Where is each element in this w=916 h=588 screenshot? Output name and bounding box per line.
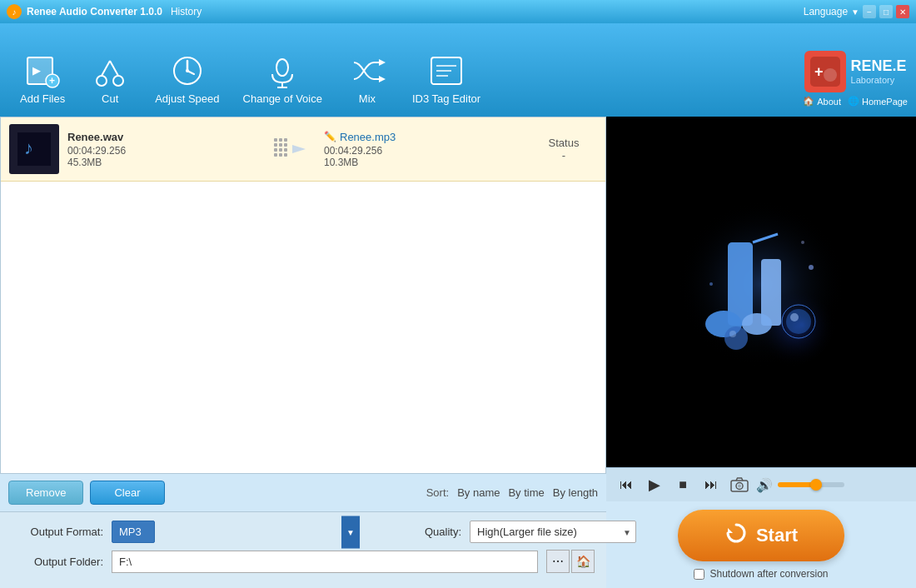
sort-label: Sort: bbox=[426, 486, 449, 499]
svg-point-9 bbox=[186, 69, 189, 72]
toolbar: ▶ + Add Files Cut Adjust Spe bbox=[0, 23, 916, 117]
preview-area bbox=[606, 117, 916, 467]
svg-rect-26 bbox=[284, 138, 287, 142]
svg-point-46 bbox=[786, 309, 811, 334]
svg-rect-24 bbox=[274, 138, 277, 142]
title-bar: ♪ Renee Audio Converter 1.0.0 History La… bbox=[0, 0, 916, 23]
svg-rect-32 bbox=[284, 148, 287, 152]
folder-label: Output Folder: bbox=[12, 556, 103, 568]
output-filename: ✏️ Renee.mp3 bbox=[324, 131, 522, 143]
change-of-voice-label: Change of Voice bbox=[243, 92, 322, 105]
svg-marker-36 bbox=[292, 145, 306, 153]
main-area: ♪ Renee.wav 00:04:29.256 45.3MB bbox=[0, 117, 916, 588]
change-of-voice-icon bbox=[264, 52, 301, 89]
format-label: Output Format: bbox=[12, 526, 103, 538]
mix-icon bbox=[349, 52, 386, 89]
svg-rect-33 bbox=[274, 153, 277, 157]
svg-line-6 bbox=[102, 61, 110, 76]
mix-label: Mix bbox=[359, 92, 376, 105]
screenshot-button[interactable] bbox=[728, 473, 751, 496]
homepage-icon: 🌐 bbox=[848, 96, 859, 107]
svg-point-21 bbox=[824, 68, 837, 82]
camera-icon bbox=[730, 477, 749, 492]
sort-by-time[interactable]: By time bbox=[508, 486, 544, 499]
status-badge: - bbox=[530, 149, 597, 162]
logo-text-area: RENE.E Laboratory bbox=[851, 58, 907, 85]
music-preview-art bbox=[670, 201, 853, 384]
clear-button[interactable]: Clear bbox=[90, 481, 164, 505]
shutdown-checkbox[interactable] bbox=[694, 569, 704, 580]
shutdown-row: Shutdown after conversion bbox=[694, 568, 828, 580]
start-button[interactable]: Start bbox=[678, 510, 844, 561]
window-controls: Language ▼ − □ ✕ bbox=[804, 5, 909, 18]
id3-tag-editor-label: ID3 Tag Editor bbox=[412, 92, 480, 105]
status-column: Status - bbox=[530, 137, 597, 162]
svg-rect-25 bbox=[279, 138, 282, 142]
logo-box: + RENE.E Laboratory bbox=[804, 51, 907, 92]
svg-text:+: + bbox=[49, 75, 55, 87]
minimize-button[interactable]: − bbox=[863, 5, 876, 18]
stop-button[interactable]: ■ bbox=[671, 473, 694, 496]
homepage-link[interactable]: 🌐 HomePage bbox=[848, 96, 908, 107]
cut-label: Cut bbox=[102, 92, 118, 105]
svg-point-52 bbox=[801, 241, 804, 244]
prev-button[interactable]: ⏮ bbox=[615, 473, 638, 496]
output-duration: 00:04:29.256 bbox=[324, 145, 522, 157]
svg-marker-14 bbox=[379, 76, 386, 82]
right-panel: ⏮ ▶ ■ ⏭ 🔊 bbox=[606, 117, 916, 588]
logo-subtitle: Laboratory bbox=[851, 75, 907, 85]
open-folder-button[interactable]: 🏠 bbox=[571, 550, 595, 573]
svg-rect-31 bbox=[279, 148, 282, 152]
format-row: Output Format: MP3 AAC FLAC WAV Quality:… bbox=[12, 521, 595, 543]
svg-marker-56 bbox=[728, 528, 733, 533]
table-row: ♪ Renee.wav 00:04:29.256 45.3MB bbox=[1, 117, 605, 182]
status-header: Status bbox=[530, 137, 597, 149]
format-select-wrapper: MP3 AAC FLAC WAV bbox=[112, 521, 361, 543]
next-button[interactable]: ⏭ bbox=[699, 473, 723, 496]
output-size: 10.3MB bbox=[324, 157, 522, 168]
folder-input[interactable] bbox=[112, 551, 538, 573]
svg-rect-28 bbox=[279, 143, 282, 147]
volume-slider[interactable] bbox=[778, 482, 844, 487]
logo-name: RENE.E bbox=[851, 58, 907, 75]
svg-rect-29 bbox=[284, 143, 287, 147]
start-area: Start Shutdown after conversion bbox=[606, 501, 916, 588]
output-file-info: ✏️ Renee.mp3 00:04:29.256 10.3MB bbox=[324, 131, 522, 168]
toolbar-item-id3-tag-editor[interactable]: ID3 Tag Editor bbox=[401, 47, 492, 110]
browse-button[interactable]: ⋯ bbox=[546, 550, 570, 573]
sort-by-length[interactable]: By length bbox=[553, 486, 598, 499]
start-label: Start bbox=[756, 525, 798, 546]
svg-point-48 bbox=[724, 326, 748, 350]
toolbar-item-cut[interactable]: Cut bbox=[77, 47, 143, 110]
svg-point-49 bbox=[729, 331, 736, 337]
close-button[interactable]: ✕ bbox=[896, 5, 909, 18]
start-refresh-icon bbox=[724, 521, 748, 550]
play-button[interactable]: ▶ bbox=[643, 473, 666, 496]
about-link[interactable]: 🏠 About bbox=[803, 96, 841, 107]
add-files-label: Add Files bbox=[20, 92, 65, 105]
quality-label: Quality: bbox=[370, 526, 461, 538]
toolbar-item-mix[interactable]: Mix bbox=[334, 47, 401, 110]
volume-thumb[interactable] bbox=[810, 479, 822, 491]
player-controls: ⏮ ▶ ■ ⏭ 🔊 bbox=[606, 467, 916, 501]
source-duration: 00:04:29.256 bbox=[67, 145, 266, 157]
toolbar-item-change-of-voice[interactable]: Change of Voice bbox=[231, 47, 334, 110]
shutdown-label[interactable]: Shutdown after conversion bbox=[709, 568, 828, 580]
svg-point-44 bbox=[742, 313, 772, 335]
maximize-button[interactable]: □ bbox=[879, 5, 893, 18]
lang-dropdown-icon: ▼ bbox=[851, 7, 859, 17]
app-title: Renee Audio Converter 1.0.0 bbox=[27, 6, 162, 17]
left-panel: ♪ Renee.wav 00:04:29.256 45.3MB bbox=[0, 117, 606, 588]
toolbar-item-adjust-speed[interactable]: Adjust Speed bbox=[143, 47, 231, 110]
svg-rect-34 bbox=[279, 153, 282, 157]
folder-row: Output Folder: ⋯ 🏠 bbox=[12, 550, 595, 573]
language-button[interactable]: Language bbox=[804, 6, 848, 17]
remove-button[interactable]: Remove bbox=[8, 481, 83, 505]
toolbar-item-add-files[interactable]: ▶ + Add Files bbox=[8, 47, 77, 110]
svg-point-47 bbox=[790, 313, 799, 321]
quality-select[interactable]: High(Larger file size) Medium Low bbox=[470, 521, 636, 543]
format-select[interactable]: MP3 AAC FLAC WAV bbox=[112, 521, 155, 543]
language-area[interactable]: Language ▼ bbox=[804, 5, 859, 18]
sort-by-name[interactable]: By name bbox=[457, 486, 500, 499]
app-icon: ♪ bbox=[7, 4, 22, 19]
